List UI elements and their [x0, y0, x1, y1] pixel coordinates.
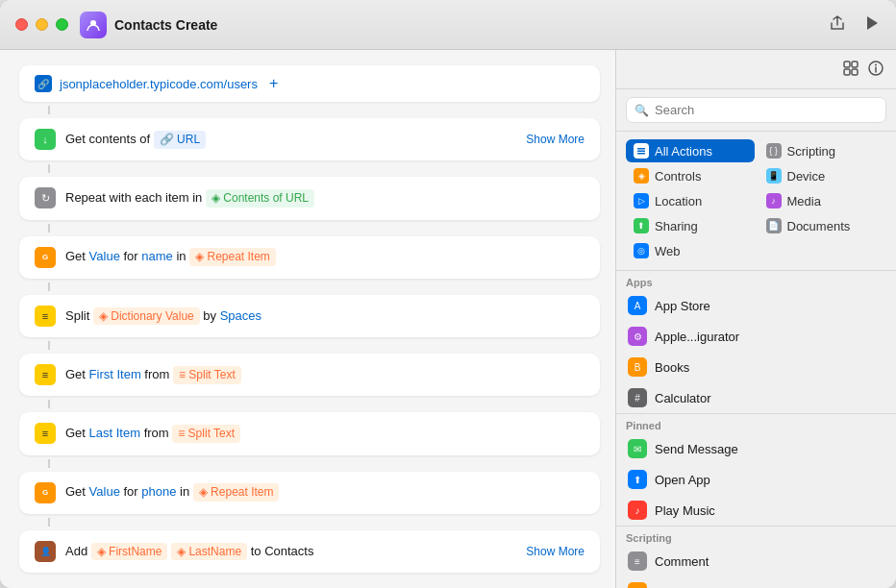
connector2 [48, 164, 50, 173]
lastname-tag: ◈ LastName [171, 543, 247, 561]
svg-rect-3 [844, 69, 850, 75]
left-panel: 🔗 jsonplaceholder.typicode.com/users + ↓… [0, 50, 615, 588]
documents-label: Documents [787, 219, 851, 233]
close-button[interactable] [15, 18, 28, 31]
web-icon: ◎ [634, 243, 649, 258]
cat-scripting[interactable]: { } Scripting [759, 139, 887, 162]
window-title: Contacts Create [114, 17, 827, 33]
get-first-card[interactable]: ≡ Get First Item from ≡ Split Text [19, 354, 600, 396]
get-contents-icon: ↓ [35, 129, 56, 150]
cat-controls[interactable]: ◈ Controls [626, 164, 755, 187]
split-text: Split ◈ Dictionary Value by Spaces [65, 307, 585, 326]
search-wrapper: 🔍 [626, 97, 886, 123]
get-last-text: Get Last Item from ≡ Split Text [65, 425, 585, 443]
controls-label: Controls [655, 169, 701, 184]
play-music-item[interactable]: ♪ Play Music [616, 495, 896, 526]
main-content: 🔗 jsonplaceholder.typicode.com/users + ↓… [0, 50, 896, 588]
url-tag: 🔗 URL [154, 131, 206, 149]
dict-value-tag: ◈ Dictionary Value [93, 307, 200, 326]
apple-igurator-item[interactable]: ⚙ Apple...igurator [616, 321, 896, 352]
get-value-name-card[interactable]: G Get Value for name in ◈ Repeat Item [19, 236, 600, 279]
info-button[interactable] [867, 60, 884, 81]
web-label: Web [655, 244, 681, 258]
play-music-label: Play Music [655, 503, 715, 518]
connector8 [48, 518, 50, 527]
svg-rect-7 [637, 148, 645, 150]
open-app-icon: ⬆ [628, 470, 647, 489]
cat-web[interactable]: ◎ Web [626, 239, 755, 262]
search-bar: 🔍 [616, 89, 896, 132]
traffic-lights [15, 18, 68, 31]
app-store-item[interactable]: A App Store [616, 290, 896, 321]
split-text-tag1: ≡ Split Text [173, 366, 241, 384]
get-last-card[interactable]: ≡ Get Last Item from ≡ Split Text [19, 412, 600, 454]
books-item[interactable]: B Books [616, 352, 896, 382]
titlebar-actions [827, 12, 881, 37]
play-music-icon: ♪ [628, 501, 647, 520]
books-icon: B [628, 357, 647, 377]
connector5 [48, 341, 50, 350]
connector6 [48, 400, 50, 408]
repeat-item-tag1: ◈ Repeat Item [189, 248, 276, 266]
search-input[interactable] [655, 103, 878, 117]
repeat-item-tag2: ◈ Repeat Item [193, 483, 280, 502]
comment-icon: ≡ [628, 551, 647, 571]
url-text: jsonplaceholder.typicode.com/users [60, 77, 258, 91]
svg-rect-2 [852, 61, 858, 67]
add-contacts-text: Add ◈ FirstName ◈ LastName to Contacts [65, 543, 585, 561]
url-icon: 🔗 [35, 75, 52, 92]
app-store-label: App Store [655, 299, 710, 313]
open-app-label: Open App [655, 473, 710, 487]
get-last-icon: ≡ [35, 423, 56, 444]
play-button[interactable] [863, 13, 881, 37]
get-contents-show-more[interactable]: Show More [526, 133, 585, 146]
get-value-phone-card[interactable]: G Get Value for phone in ◈ Repeat Item [19, 472, 600, 514]
apps-section-label: Apps [616, 271, 896, 290]
cat-documents[interactable]: 📄 Documents [759, 214, 887, 237]
show-result-item[interactable]: Q Show Result [616, 576, 896, 588]
gallery-button[interactable] [842, 60, 859, 81]
split-icon: ≡ [35, 306, 56, 327]
apple-igurator-label: Apple...igurator [655, 330, 739, 344]
url-add-button[interactable]: + [269, 75, 278, 92]
svg-rect-4 [852, 69, 858, 75]
share-button[interactable] [827, 12, 848, 37]
cat-sharing[interactable]: ⬆ Sharing [626, 214, 755, 237]
send-message-item[interactable]: ✉ Send Message [616, 433, 896, 464]
cat-location[interactable]: ▷ Location [626, 189, 755, 212]
repeat-card[interactable]: ↻ Repeat with each item in ◈ Contents of… [19, 177, 600, 219]
calculator-label: Calculator [655, 391, 711, 405]
media-icon: ♪ [766, 193, 782, 208]
connector7 [48, 459, 50, 468]
open-app-item[interactable]: ⬆ Open App [616, 464, 896, 495]
device-icon: 📱 [766, 168, 782, 184]
minimize-button[interactable] [36, 18, 48, 31]
books-label: Books [655, 360, 689, 375]
add-contacts-icon: 👤 [35, 541, 56, 562]
comment-item[interactable]: ≡ Comment [616, 546, 896, 576]
add-contacts-show-more[interactable]: Show More [526, 545, 585, 558]
all-actions-label: All Actions [655, 144, 712, 159]
get-value-name-icon: G [35, 247, 56, 268]
split-card[interactable]: ≡ Split ◈ Dictionary Value by Spaces [19, 295, 600, 337]
svg-rect-8 [637, 151, 645, 153]
add-contacts-card[interactable]: 👤 Add ◈ FirstName ◈ LastName to Contacts… [19, 530, 600, 573]
sharing-icon: ⬆ [634, 218, 649, 233]
firstname-tag: ◈ FirstName [91, 543, 168, 561]
comment-label: Comment [655, 554, 709, 569]
media-label: Media [787, 194, 821, 208]
maximize-button[interactable] [56, 18, 68, 31]
show-result-icon: Q [628, 582, 647, 588]
svg-point-6 [875, 64, 877, 66]
right-header [616, 50, 896, 89]
cat-media[interactable]: ♪ Media [759, 189, 887, 212]
get-contents-card[interactable]: ↓ Get contents of 🔗 URL Show More [19, 118, 600, 160]
categories-panel: All Actions { } Scripting ◈ Controls 📱 D… [616, 132, 896, 271]
url-bar[interactable]: 🔗 jsonplaceholder.typicode.com/users + [19, 65, 600, 102]
cat-device[interactable]: 📱 Device [759, 164, 887, 187]
calculator-item[interactable]: # Calculator [616, 382, 896, 413]
repeat-pre: Repeat with each item in [65, 190, 206, 205]
cat-all-actions[interactable]: All Actions [626, 139, 755, 162]
split-text-tag2: ≡ Split Text [172, 425, 240, 443]
repeat-icon: ↻ [35, 187, 56, 208]
